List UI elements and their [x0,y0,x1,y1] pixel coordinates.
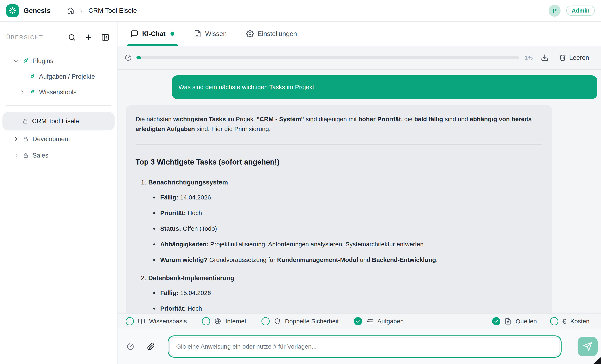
avatar[interactable]: P [549,5,561,17]
sidebar-item-label: Sales [32,152,49,159]
toggle-quellen[interactable]: Quellen [492,317,537,325]
task-number: 2. [141,274,146,282]
collapse-sidebar-icon[interactable] [101,33,110,42]
message-input[interactable] [170,343,560,350]
chevron-down-icon [13,58,19,64]
sidebar-item-development[interactable]: Development [2,131,115,147]
assistant-message-bubble: Die nächsten wichtigsten Tasks im Projek… [126,105,552,314]
lock-icon [23,136,29,142]
radio-circle [261,317,270,325]
task-bullet: Fällig: 15.04.2026 [160,288,542,298]
radio-circle [550,317,558,325]
radio-circle [202,317,210,325]
message-input-wrapper [168,335,561,358]
breadcrumb: CRM Tool Eisele [67,7,137,14]
sidebar-item-label: Development [32,135,70,143]
send-button[interactable] [578,337,598,356]
tab-ki-chat[interactable]: KI-Chat [131,21,174,46]
app-window: Genesis CRM Tool Eisele P Admin ÜBERSICH… [0,0,601,364]
sidebar-workspaces: CRM Tool Eisele Development [0,111,117,164]
search-icon[interactable] [68,33,76,41]
tab-bar: KI-Chat Wissen Einstellungen [118,21,601,46]
lock-icon [23,152,29,159]
chevron-right-icon [14,153,19,158]
document-icon [194,30,201,38]
toggle-kosten[interactable]: € Kosten [550,317,590,325]
chat-options-toolbar: Wissensbasis Internet Doppelte Sicherhei… [118,313,601,329]
radio-circle [126,317,134,325]
speed-gauge-icon[interactable] [127,343,134,350]
toggle-internet[interactable]: Internet [202,317,246,325]
file-icon [504,318,511,325]
task-block: 2.Datenbank-Implementierung Fällig: 15.0… [136,273,542,313]
plug-icon [29,73,35,80]
sidebar-item-aufgaben-projekte[interactable]: Aufgaben / Projekte [0,69,117,84]
task-name: Datenbank-Implementierung [148,274,234,282]
assistant-intro: Die nächsten wichtigsten Tasks im Projek… [136,114,542,134]
sidebar-item-plugins[interactable]: Plugins [0,53,117,69]
task-bullet: Fällig: 14.04.2026 [160,192,542,202]
sidebar-tree: Plugins Aufgaben / Projekte Wissenstool [0,53,117,100]
toggle-doppelte-sicherheit[interactable]: Doppelte Sicherheit [261,317,339,325]
toggle-label: Kosten [571,318,590,325]
user-message-bubble: Was sind dien nächste wichtigen Tasks im… [172,75,597,99]
tab-label: KI-Chat [142,30,166,38]
tab-label: Einstellungen [258,30,297,38]
download-icon[interactable] [541,54,549,62]
plug-icon [29,89,35,96]
plug-icon [22,58,29,64]
gauge-icon [124,54,132,61]
progress-fill [136,56,141,59]
task-title: 1.Benachrichtigungssystem [141,177,542,188]
assistant-heading: Top 3 Wichtigste Tasks (sofort angehen!) [136,156,542,168]
toggle-label: Internet [225,318,246,325]
context-bar: 1% Leeren [118,46,601,70]
sidebar-item-wissenstools[interactable]: Wissenstools [0,84,117,100]
toggle-label: Wissensbasis [149,318,187,325]
sidebar-item-label: Plugins [32,57,53,65]
sidebar-divider [6,105,111,106]
paperclip-icon[interactable] [147,343,155,350]
composer [118,329,601,364]
sidebar-section-label: ÜBERSICHT [6,34,43,41]
task-bullet: Warum wichtig? Grundvoraussetzung für Ku… [160,255,542,265]
breadcrumb-current: CRM Tool Eisele [88,7,137,14]
toggle-wissensbasis[interactable]: Wissensbasis [126,317,187,325]
trash-icon [559,54,566,61]
unread-dot [170,32,174,36]
paper-plane-icon [583,342,592,351]
home-icon[interactable] [67,7,74,14]
clear-chat-button[interactable]: Leeren [559,54,589,61]
tab-einstellungen[interactable]: Einstellungen [246,21,297,46]
message-divider [136,144,542,145]
sidebar-item-sales[interactable]: Sales [2,148,115,163]
chat-bubble-icon [131,30,139,38]
task-name: Benachrichtigungssystem [148,179,228,186]
checklist-icon [366,318,373,325]
radio-circle [354,317,362,325]
task-bullet: Priorität: Hoch [160,208,542,218]
toggle-aufgaben[interactable]: Aufgaben [354,317,404,325]
role-badge: Admin [566,6,595,16]
sidebar: ÜBERSICHT [0,21,118,364]
globe-icon [214,318,221,325]
mouse-cursor [592,357,601,364]
progress-percent: 1% [525,55,533,61]
toggle-label: Quellen [516,318,537,325]
tab-wissen[interactable]: Wissen [194,21,227,46]
chevron-right-icon [79,8,84,13]
genesis-logo[interactable] [6,4,19,17]
gear-icon [246,30,254,38]
task-bullet: Abhängigkeiten: Projektinitialisierung, … [160,239,542,249]
tab-label: Wissen [205,30,227,38]
toggle-label: Aufgaben [377,318,404,325]
sidebar-item-label: CRM Tool Eisele [32,118,79,125]
book-open-icon [138,318,145,325]
task-bullet: Status: Offen (Todo) [160,224,542,233]
task-title: 2.Datenbank-Implementierung [141,273,542,283]
add-icon[interactable] [84,33,93,42]
chat-area[interactable]: Was sind dien nächste wichtigen Tasks im… [118,70,601,313]
sidebar-item-crm-tool-eisele[interactable]: CRM Tool Eisele [2,112,115,131]
chevron-right-icon [14,136,19,142]
sidebar-item-label: Aufgaben / Projekte [39,73,95,80]
